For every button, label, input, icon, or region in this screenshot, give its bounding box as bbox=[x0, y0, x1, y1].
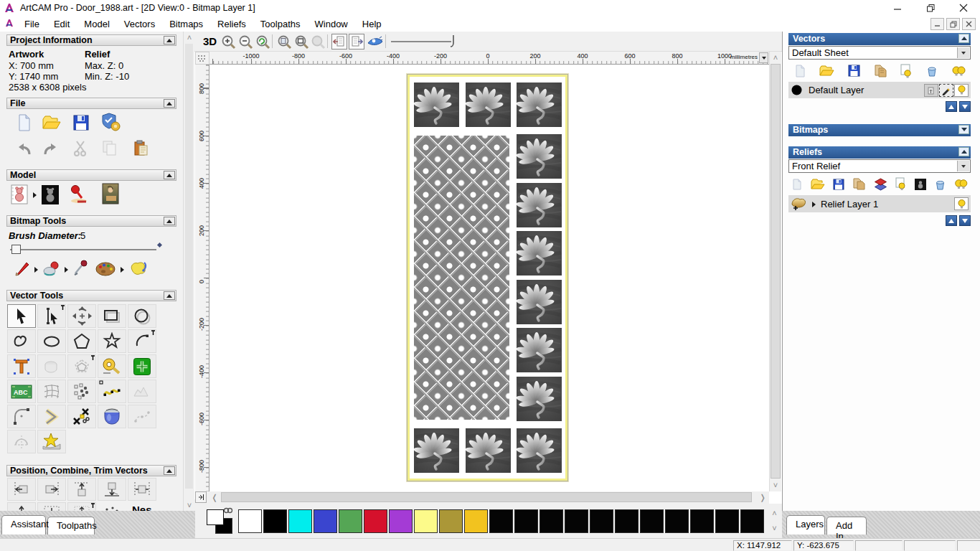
zoom-selection-icon[interactable] bbox=[276, 34, 292, 50]
flyout-arrow-icon[interactable] bbox=[65, 267, 68, 273]
paint-icon[interactable] bbox=[13, 260, 32, 278]
select-layer-icon[interactable] bbox=[939, 84, 953, 97]
ruler-units-dropdown[interactable] bbox=[759, 52, 768, 63]
new-sheet-icon[interactable] bbox=[793, 64, 807, 80]
chevron-down-icon[interactable] bbox=[957, 161, 969, 171]
pour-tool[interactable] bbox=[37, 354, 66, 378]
tab-add-in[interactable]: Add In bbox=[826, 517, 867, 534]
envelope-distort-tool[interactable] bbox=[37, 380, 66, 403]
circle-tool[interactable] bbox=[128, 304, 156, 328]
palette-swatch-15[interactable] bbox=[615, 509, 639, 533]
zoom-slider-track[interactable] bbox=[391, 41, 451, 42]
mdi-close-button[interactable] bbox=[962, 18, 976, 30]
palette-swatch-18[interactable] bbox=[690, 509, 714, 533]
vector-layer-row[interactable]: Default Layer bbox=[788, 82, 971, 98]
centre-in-page-tool[interactable] bbox=[7, 502, 36, 511]
align-centre-x-tool[interactable] bbox=[128, 478, 156, 501]
open-model-icon[interactable] bbox=[42, 113, 62, 132]
expand-arrow-icon[interactable] bbox=[812, 199, 816, 209]
delete-relief-icon[interactable] bbox=[934, 178, 946, 193]
scroll-left-button[interactable]: ❬ bbox=[209, 491, 220, 503]
edit-model-icon[interactable] bbox=[10, 184, 30, 205]
relief-select[interactable]: Front Relief bbox=[788, 159, 971, 173]
move-layer-up-button[interactable] bbox=[946, 215, 957, 226]
paste-green-tool[interactable] bbox=[128, 354, 156, 378]
tab-toolpaths[interactable]: Toolpaths bbox=[47, 517, 95, 534]
scroll-thumb[interactable] bbox=[771, 64, 781, 479]
measure-tool[interactable] bbox=[98, 354, 126, 378]
palette-scroll-up[interactable]: ˄ bbox=[769, 507, 780, 519]
flood-fill-icon[interactable] bbox=[42, 260, 62, 278]
centre-dotted-tool[interactable] bbox=[67, 502, 96, 511]
text-tool[interactable] bbox=[7, 354, 36, 378]
palette-swatch-14[interactable] bbox=[590, 509, 613, 533]
palette-swatch-12[interactable] bbox=[540, 509, 563, 533]
flyout-arrow-icon[interactable] bbox=[34, 267, 38, 273]
chevron-down-icon[interactable] bbox=[957, 47, 969, 58]
palette-swatch-7[interactable] bbox=[414, 509, 438, 533]
scroll-up-button[interactable]: ˄ bbox=[770, 52, 781, 63]
scroll-right-button[interactable]: ❭ bbox=[757, 491, 768, 503]
paste-icon[interactable] bbox=[132, 139, 151, 158]
align-bottom-tool[interactable] bbox=[98, 478, 126, 501]
lighting-icon[interactable] bbox=[69, 184, 90, 205]
move-layer-down-button[interactable] bbox=[959, 215, 971, 226]
transform-vectors-tool[interactable] bbox=[67, 304, 96, 328]
move-layer-up-button[interactable] bbox=[946, 101, 957, 112]
restore-button[interactable] bbox=[914, 0, 947, 16]
menu-vectors[interactable]: Vectors bbox=[117, 17, 162, 31]
flyout-arrow-icon[interactable] bbox=[33, 192, 37, 198]
brush-slider-track[interactable] bbox=[10, 249, 156, 250]
palette-swatch-6[interactable] bbox=[389, 509, 413, 533]
fillet-tool[interactable] bbox=[7, 405, 36, 428]
menu-reliefs[interactable]: Reliefs bbox=[210, 17, 253, 31]
save-vectors-icon[interactable] bbox=[847, 64, 861, 80]
mdi-restore-button[interactable] bbox=[946, 18, 960, 30]
merge-vectors-icon[interactable] bbox=[873, 64, 887, 80]
scroll-down-button[interactable]: ˅ bbox=[770, 479, 781, 491]
zoom-object-icon[interactable] bbox=[310, 34, 326, 50]
collapse-section-button[interactable] bbox=[164, 36, 175, 44]
palette-swatch-2[interactable] bbox=[288, 509, 312, 533]
palette-swatch-8[interactable] bbox=[439, 509, 463, 533]
collapse-section-button[interactable] bbox=[958, 147, 969, 156]
zoom-in-icon[interactable] bbox=[220, 34, 236, 50]
canvas-vscrollbar[interactable]: ˄ ˅ bbox=[769, 52, 781, 491]
greyscale-model-icon[interactable] bbox=[40, 184, 60, 205]
layer-colour-swatch[interactable] bbox=[791, 84, 803, 96]
clipart-3d-tool[interactable] bbox=[98, 405, 126, 428]
cut-icon[interactable] bbox=[72, 139, 90, 158]
rectangle-tool[interactable] bbox=[98, 304, 126, 328]
layer-visible-icon[interactable] bbox=[954, 197, 969, 210]
greyscale-preview-icon[interactable] bbox=[914, 178, 927, 193]
collapse-section-button[interactable] bbox=[164, 466, 175, 475]
pick-colour-icon[interactable] bbox=[72, 258, 90, 278]
palette-swatch-16[interactable] bbox=[640, 509, 664, 533]
zoom-fit-icon[interactable] bbox=[293, 34, 309, 50]
minimize-button[interactable] bbox=[881, 0, 914, 16]
paste-along-curve-tool[interactable] bbox=[67, 380, 96, 403]
wrap-star-tool[interactable] bbox=[37, 430, 66, 453]
palette-swatch-11[interactable] bbox=[514, 509, 538, 533]
new-model-icon[interactable] bbox=[14, 113, 33, 132]
palette-swatch-13[interactable] bbox=[565, 509, 588, 533]
zoom-slider-handle[interactable] bbox=[450, 34, 457, 50]
mdi-minimize-button[interactable] bbox=[930, 18, 944, 30]
canvas-hscrollbar[interactable]: ❬ ❭ bbox=[195, 491, 769, 504]
flyout-arrow-icon[interactable] bbox=[121, 267, 124, 273]
save-model-icon[interactable] bbox=[72, 113, 90, 132]
section-profile-tool[interactable] bbox=[7, 430, 36, 453]
menu-file[interactable]: File bbox=[17, 17, 47, 31]
redo-icon[interactable] bbox=[42, 141, 60, 158]
palette-swatch-5[interactable] bbox=[364, 509, 387, 533]
close-button[interactable] bbox=[947, 0, 980, 16]
palette-swatch-17[interactable] bbox=[665, 509, 689, 533]
scroll-up-button[interactable]: ˄ bbox=[184, 32, 195, 43]
scroll-down-button[interactable]: ˅ bbox=[184, 499, 195, 511]
collapse-section-button[interactable] bbox=[164, 99, 175, 108]
node-editing-tool[interactable] bbox=[37, 304, 66, 328]
delete-layer-icon[interactable] bbox=[925, 64, 938, 80]
text-block-tool[interactable]: ABC bbox=[7, 380, 36, 403]
polyline-tool[interactable] bbox=[7, 329, 36, 353]
collapse-section-button[interactable] bbox=[164, 171, 175, 179]
